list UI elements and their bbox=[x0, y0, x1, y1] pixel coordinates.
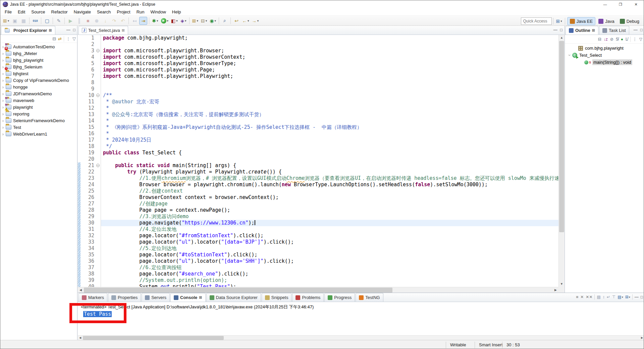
close-icon[interactable]: ⊠ bbox=[592, 28, 595, 33]
line-number[interactable]: 27 bbox=[80, 201, 96, 207]
tab-project-explorer[interactable]: Project Explorer ⊠ bbox=[1, 26, 55, 35]
minimize-editor-icon[interactable]: — bbox=[553, 28, 557, 32]
tab-snippets[interactable]: Snippets bbox=[262, 293, 292, 302]
clear-console-icon[interactable]: ▤ bbox=[597, 295, 600, 299]
view-dropdown-icon[interactable]: ▽ bbox=[639, 37, 642, 42]
tab-markers[interactable]: Markers bbox=[78, 293, 107, 302]
code-line-32[interactable]: 32 page.locator("#fromStationText").clic… bbox=[78, 233, 558, 239]
expand-chevron-icon[interactable]: › bbox=[0, 132, 6, 137]
line-number[interactable]: 39 bbox=[80, 277, 96, 284]
code-line-17[interactable]: 17 * 2024年10月25日 bbox=[78, 137, 558, 143]
edit-annotation-icon[interactable]: ✎ bbox=[55, 17, 63, 25]
close-window-button[interactable]: ✕ bbox=[628, 0, 644, 8]
line-number[interactable]: 17 bbox=[80, 137, 96, 143]
word-wrap-icon[interactable]: ↵ bbox=[607, 295, 610, 299]
remove-launch-icon[interactable]: ✕ bbox=[580, 295, 584, 299]
menu-help[interactable]: Help bbox=[169, 8, 184, 16]
project-item-webdriverlearn1[interactable]: ›WebDriverLearn1 bbox=[0, 131, 77, 137]
line-number[interactable]: 20 bbox=[80, 156, 96, 162]
console-horizontal-scrollbar[interactable]: ◀ ▶ bbox=[78, 335, 644, 340]
last-edit-location-icon[interactable]: ↩ bbox=[232, 17, 240, 25]
line-number[interactable]: 5 bbox=[80, 60, 96, 67]
code-line-26[interactable]: 26 BrowserContext context = browser.newC… bbox=[78, 194, 558, 201]
code-line-38[interactable]: 38 page.locator("#search_one").click(); bbox=[78, 271, 558, 277]
link-with-editor-icon[interactable]: ⇄ bbox=[58, 36, 62, 41]
display-selected-console-icon[interactable]: ▤▾ bbox=[618, 295, 623, 299]
maximize-window-button[interactable]: ❐ bbox=[613, 0, 628, 8]
line-number[interactable]: 21 bbox=[80, 162, 96, 169]
editor-vertical-scrollbar[interactable]: ▲ ▼ bbox=[558, 35, 564, 287]
minimize-view-icon[interactable]: — bbox=[66, 28, 70, 32]
fold-collapse-icon[interactable]: − bbox=[96, 49, 100, 52]
code-line-28[interactable]: 28 Page page = context.newPage(); bbox=[78, 207, 558, 213]
show-binary-010-icon[interactable]: 010 bbox=[31, 17, 39, 25]
maximize-view-icon[interactable]: □ bbox=[73, 28, 75, 32]
fold-collapse-icon[interactable]: − bbox=[96, 164, 100, 167]
code-line-39[interactable]: 39 //System.out.println(option); bbox=[78, 277, 558, 284]
perspective-java-ee[interactable]: Java EE bbox=[567, 17, 595, 25]
view-dropdown-icon[interactable]: ▽ bbox=[72, 36, 76, 41]
hide-non-public-members-icon[interactable]: ● bbox=[621, 37, 623, 42]
code-line-21[interactable]: 21− public static void main(String[] arg… bbox=[78, 162, 558, 169]
code-line-31[interactable]: 31 //4.定位出发地 bbox=[78, 226, 558, 233]
line-number[interactable]: 26 bbox=[80, 194, 96, 201]
hide-local-types-icon[interactable]: L̸ bbox=[626, 37, 628, 42]
scroll-lock-icon[interactable]: ↕ bbox=[603, 295, 605, 299]
menu-file[interactable]: File bbox=[2, 8, 15, 16]
code-line-37[interactable]: 37 //6.定位查询按钮 bbox=[78, 264, 558, 271]
minimize-view-icon[interactable]: — bbox=[634, 28, 638, 32]
close-icon[interactable]: ⊠ bbox=[49, 28, 52, 33]
line-number[interactable]: 12 bbox=[80, 105, 96, 111]
project-item-automationtestdemo[interactable]: ›M✕AutomationTestDemo bbox=[0, 43, 77, 50]
project-item-bjhg_jmeter[interactable]: ›bjhg_JMeter bbox=[0, 50, 77, 57]
editor-horizontal-scrollbar[interactable]: ◀ ▶ bbox=[78, 287, 558, 293]
expand-chevron-icon[interactable]: › bbox=[0, 51, 6, 56]
code-line-9[interactable]: 9 bbox=[78, 86, 558, 92]
expand-chevron-icon[interactable]: › bbox=[0, 118, 6, 123]
project-item-bjhg_selenium[interactable]: ›!Bjhg_Selenium bbox=[0, 63, 77, 70]
project-item-hongge[interactable]: ›hongge bbox=[0, 84, 77, 90]
menu-search[interactable]: Search bbox=[94, 8, 114, 16]
maximize-view-icon[interactable]: □ bbox=[641, 295, 643, 299]
line-number[interactable]: 13 bbox=[80, 111, 96, 118]
close-icon[interactable]: ⊠ bbox=[199, 295, 202, 300]
menu-run[interactable]: Run bbox=[133, 8, 148, 16]
project-item-mavenweb[interactable]: ›Mmavenweb bbox=[0, 97, 77, 104]
console-output-area[interactable]: <terminated> Test_Select [Java Applicati… bbox=[78, 302, 644, 335]
menu-refactor[interactable]: Refactor bbox=[48, 8, 71, 16]
console-hscroll-thumb[interactable] bbox=[83, 336, 224, 340]
open-console-icon[interactable]: ⊞▾ bbox=[625, 295, 630, 299]
fold-collapse-icon[interactable]: − bbox=[96, 94, 100, 97]
new-package-icon[interactable]: ⊟▾ bbox=[200, 17, 208, 25]
line-number[interactable]: 15 bbox=[80, 124, 96, 131]
line-number[interactable]: 18 bbox=[80, 143, 96, 150]
menu-edit[interactable]: Edit bbox=[15, 8, 28, 16]
maximize-view-icon[interactable]: □ bbox=[640, 28, 643, 32]
code-line-12[interactable]: 12 * bbox=[78, 105, 558, 111]
code-line-6[interactable]: 6import com.microsoft.playwright.Page; bbox=[78, 67, 558, 73]
coverage-icon[interactable]: ◧▾ bbox=[170, 17, 179, 25]
code-line-13[interactable]: 13 * @公众号:北京宏哥（微信搜索，关注宏哥，提前解锁更多测试干货） bbox=[78, 111, 558, 118]
hscroll-thumb[interactable] bbox=[84, 288, 392, 293]
new-wizard-icon[interactable]: ⊞▾ bbox=[2, 17, 10, 25]
hide-static-members-icon[interactable]: S̸ bbox=[616, 37, 619, 42]
code-line-8[interactable]: 8 bbox=[78, 80, 558, 86]
menu-source[interactable]: Source bbox=[28, 8, 48, 16]
code-line-20[interactable]: 20 bbox=[78, 156, 558, 162]
open-web-browser-icon[interactable]: ▢ bbox=[43, 17, 51, 25]
code-line-22[interactable]: 22 try (Playwright playwright = Playwrig… bbox=[78, 169, 558, 175]
line-number[interactable]: 10 bbox=[80, 92, 96, 99]
quick-access-input[interactable] bbox=[521, 17, 552, 25]
tab-outline[interactable]: Outline ⊠ bbox=[566, 26, 598, 35]
line-number[interactable]: 36 bbox=[80, 258, 96, 264]
expand-chevron-icon[interactable]: › bbox=[0, 71, 6, 76]
line-number[interactable]: 4 bbox=[80, 54, 96, 60]
line-number[interactable]: 30 bbox=[80, 220, 96, 226]
expand-chevron-icon[interactable]: › bbox=[0, 85, 6, 90]
line-number[interactable]: 38 bbox=[80, 271, 96, 277]
code-line-35[interactable]: 35 page.locator("#toStationText").click(… bbox=[78, 252, 558, 258]
code-line-27[interactable]: 27 //创建page bbox=[78, 201, 558, 207]
collapse-all-icon[interactable]: ⊟ bbox=[598, 37, 601, 42]
new-class-icon[interactable]: ◉▾ bbox=[209, 17, 217, 25]
project-item-bjhgtest[interactable]: ›bjhgtest bbox=[0, 70, 77, 77]
